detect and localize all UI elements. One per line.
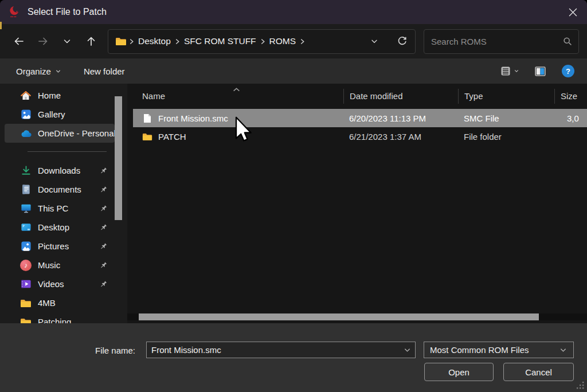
address-bar[interactable]: Desktop SFC ROM STUFF ROMS: [108, 29, 416, 54]
pin-icon[interactable]: [99, 261, 108, 269]
refresh-button[interactable]: [392, 32, 412, 51]
breadcrumb-chevron-icon: [300, 38, 305, 45]
pin-icon[interactable]: [99, 280, 108, 288]
sidebar-item-documents[interactable]: Documents: [5, 180, 115, 199]
sidebar-item-label: Patching: [38, 317, 71, 323]
cancel-button[interactable]: Cancel: [503, 363, 574, 381]
file-name-input[interactable]: [147, 344, 400, 355]
sidebar-item-pictures[interactable]: Pictures: [5, 237, 115, 256]
breadcrumb-item[interactable]: SFC ROM STUFF: [184, 36, 256, 46]
breadcrumb-chevron-icon: [175, 38, 180, 45]
organize-menu[interactable]: Organize: [16, 66, 61, 76]
up-button[interactable]: [79, 30, 103, 52]
search-icon[interactable]: [562, 36, 573, 46]
open-button[interactable]: Open: [424, 363, 494, 381]
sidebar-scrollbar[interactable]: [115, 96, 122, 220]
pin-icon[interactable]: [99, 204, 108, 213]
column-header-type[interactable]: Type: [458, 89, 554, 104]
file-name-combobox: [146, 342, 416, 358]
column-header-date-modified[interactable]: Date modified: [343, 89, 458, 104]
background-window-sliver: [0, 22, 2, 29]
pin-icon[interactable]: [99, 242, 108, 250]
horizontal-scrollbar-thumb[interactable]: [139, 313, 539, 320]
sidebar-item-gallery[interactable]: Gallery: [5, 105, 115, 124]
details-view-icon: [499, 65, 512, 77]
back-arrow-icon: [13, 35, 25, 48]
window-title: Select File to Patch: [28, 7, 107, 17]
sidebar-item-music[interactable]: ♪ Music: [5, 256, 115, 275]
column-header-size[interactable]: Size: [554, 89, 587, 104]
chevron-down-icon: [56, 69, 61, 73]
sidebar-item-label: Videos: [38, 279, 64, 289]
search-input[interactable]: [430, 36, 562, 47]
this-pc-icon: [19, 202, 32, 215]
horizontal-scrollbar[interactable]: [127, 313, 587, 320]
preview-pane-icon: [534, 65, 547, 78]
file-type-selected-value: Most Common ROM Files: [430, 345, 555, 355]
breadcrumb-item[interactable]: ROMS: [269, 36, 296, 46]
sidebar-item-desktop[interactable]: Desktop: [5, 218, 115, 237]
file-icon: [142, 113, 152, 123]
music-icon: ♪: [19, 259, 32, 272]
onedrive-icon: [19, 127, 32, 140]
file-type: SMC File: [458, 113, 554, 123]
chevron-down-icon[interactable]: [400, 348, 415, 352]
sidebar-item-label: OneDrive - Personal: [38, 128, 115, 138]
sidebar-item-downloads[interactable]: Downloads: [5, 161, 115, 180]
file-name: Front Mission.smc: [158, 113, 228, 123]
sidebar-item-videos[interactable]: Videos: [5, 275, 115, 293]
close-button[interactable]: [558, 0, 587, 24]
file-name-label: File name:: [95, 346, 135, 355]
downloads-icon: [19, 164, 32, 177]
gallery-icon: [19, 108, 32, 121]
sidebar-item-label: Documents: [38, 185, 81, 194]
new-folder-button[interactable]: New folder: [84, 66, 125, 76]
file-dialog-window: Select File to Patch Desktop SFC ROM STU…: [0, 0, 587, 392]
sidebar-item-label: Pictures: [38, 241, 69, 251]
chevron-down-icon: [62, 36, 72, 46]
file-list-header: Name Date modified Type Size: [127, 84, 587, 109]
main-area: Home Gallery OneDrive - Personal Downl: [0, 84, 587, 323]
file-name: PATCH: [158, 132, 186, 142]
sort-ascending-icon: [233, 84, 240, 94]
pin-icon[interactable]: [99, 185, 108, 194]
sidebar-item-label: Gallery: [38, 109, 65, 119]
sidebar-item-this-pc[interactable]: This PC: [5, 199, 115, 218]
search-box: [424, 29, 579, 54]
back-button[interactable]: [7, 30, 31, 52]
sidebar-item-label: Downloads: [38, 166, 80, 175]
refresh-icon: [397, 36, 408, 47]
recent-locations-button[interactable]: [55, 30, 79, 52]
dialog-footer: File name: Most Common ROM Files Open Ca…: [0, 323, 587, 392]
forward-button[interactable]: [31, 30, 55, 52]
file-type-select[interactable]: Most Common ROM Files: [424, 342, 574, 358]
pin-icon[interactable]: [99, 166, 108, 175]
sidebar-item-label: Home: [38, 91, 61, 100]
folder-icon: [142, 131, 152, 142]
sidebar-item-onedrive[interactable]: OneDrive - Personal: [5, 124, 115, 143]
home-icon: [19, 89, 32, 102]
chevron-down-icon: [370, 37, 379, 46]
help-button[interactable]: ?: [562, 65, 574, 77]
file-row-patch[interactable]: PATCH 6/21/2023 1:37 AM File folder: [133, 127, 587, 146]
pin-icon[interactable]: [99, 223, 108, 232]
pictures-icon: [19, 240, 32, 253]
sidebar-item-label: Desktop: [38, 222, 69, 232]
folder-icon: [19, 297, 32, 309]
address-dropdown-button[interactable]: [365, 32, 384, 51]
up-arrow-icon: [85, 35, 97, 48]
breadcrumb-item[interactable]: Desktop: [138, 36, 171, 46]
sidebar-item-4mb[interactable]: 4MB: [5, 293, 115, 312]
sidebar-item-patching[interactable]: Patching: [5, 312, 115, 323]
file-type: File folder: [458, 132, 554, 142]
navigation-pane: Home Gallery OneDrive - Personal Downl: [0, 84, 127, 323]
sidebar-item-home[interactable]: Home: [5, 86, 115, 105]
preview-pane-button[interactable]: [534, 65, 547, 78]
titlebar: Select File to Patch: [0, 0, 587, 24]
file-date-modified: 6/20/2023 11:13 PM: [343, 113, 458, 123]
resize-grip[interactable]: [577, 382, 584, 389]
sidebar-separator: [28, 151, 107, 152]
current-folder-icon: [115, 37, 127, 46]
view-mode-button[interactable]: [499, 65, 519, 77]
file-row-front-mission[interactable]: Front Mission.smc 6/20/2023 11:13 PM SMC…: [133, 109, 587, 127]
